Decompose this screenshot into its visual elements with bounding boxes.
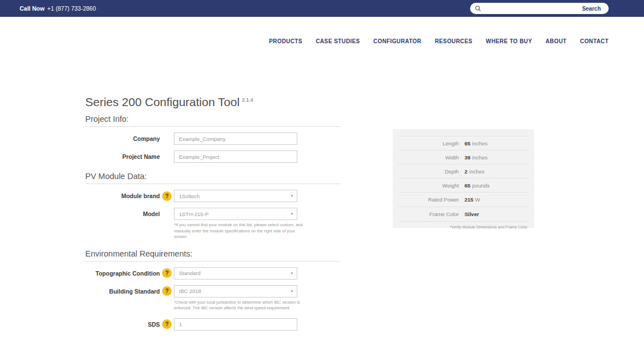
module-brand-label: Module brand [85, 193, 160, 199]
model-value: 1STH-215-P [179, 211, 209, 217]
module-brand-row: Module brand ? 1Soltech ▾ [85, 190, 341, 202]
spec-number: Silver [464, 211, 479, 217]
nav-item-products[interactable]: PRODUCTS [269, 38, 302, 44]
configurator-form: Series 200 Configuration Tool2.1.4 Proje… [85, 95, 341, 331]
spec-row-frame-color: Frame Color Silver [398, 207, 528, 221]
spec-row-depth: Depth 2inches [398, 164, 528, 178]
module-brand-value: 1Soltech [179, 193, 200, 199]
topographic-condition-select[interactable]: Standard ▾ [174, 267, 297, 280]
company-field[interactable] [174, 132, 297, 145]
search-bar[interactable]: Search [470, 3, 609, 14]
sds-label: SDS [85, 321, 160, 328]
section-pv-module-data: PV Module Data: [85, 172, 341, 184]
search-button[interactable]: Search [580, 6, 606, 12]
sds-row: SDS ? [85, 318, 341, 331]
spec-value: 65inches [464, 140, 487, 147]
spec-value: 65pounds [464, 182, 490, 189]
specs-footnote: *Verify Module Dimensions and Frame Colo… [398, 221, 528, 229]
nav-item-contact[interactable]: CONTACT [580, 38, 609, 44]
project-name-label: Project Name [85, 153, 160, 160]
spec-label: Length [398, 140, 464, 147]
company-row: Company [85, 132, 341, 145]
project-name-field[interactable] [174, 150, 297, 163]
chevron-down-icon: ▾ [291, 212, 293, 216]
chevron-down-icon: ▾ [291, 194, 293, 198]
project-name-row: Project Name [85, 150, 341, 163]
module-brand-select[interactable]: 1Soltech ▾ [174, 190, 297, 202]
model-help-note: *If you cannot find your module on this … [174, 222, 304, 240]
phone-number[interactable]: +1 (877) 733-2860 [47, 5, 96, 12]
page-title: Series 200 Configuration Tool2.1.4 [85, 95, 341, 109]
nav-item-about[interactable]: ABOUT [545, 38, 567, 44]
building-standard-value: IBC 2018 [179, 288, 201, 294]
model-select[interactable]: 1STH-215-P ▾ [174, 208, 297, 220]
help-icon[interactable]: ? [162, 319, 172, 329]
building-standard-select[interactable]: IBC 2018 ▾ [174, 285, 297, 298]
nav-item-case-studies[interactable]: CASE STUDIES [316, 38, 360, 44]
spec-number: 215 [464, 196, 473, 203]
search-input[interactable] [481, 6, 580, 12]
spec-label: Width [398, 154, 464, 161]
spec-row-rated-power: Rated Power 215W [398, 192, 528, 207]
topographic-condition-label: Topographic Condition [85, 270, 160, 277]
model-row: Model 1STH-215-P ▾ [85, 208, 341, 220]
spec-row-weight: Weight 65pounds [398, 178, 528, 192]
main-nav: PRODUCTS CASE STUDIES CONFIGURATOR RESOU… [269, 38, 609, 44]
chevron-down-icon: ▾ [291, 271, 293, 276]
spec-label: Depth [398, 168, 464, 175]
spec-number: 2 [464, 168, 467, 175]
nav-item-where-to-buy[interactable]: WHERE TO BUY [486, 38, 532, 44]
nav-item-resources[interactable]: RESOURCES [435, 38, 472, 44]
top-bar: Call Now +1 (877) 733-2860 Search [0, 0, 644, 17]
page-title-text: Series 200 Configuration Tool [85, 95, 240, 108]
search-icon [475, 5, 481, 12]
section-environmental: Environmental Requirements: [85, 249, 341, 262]
spec-value: Silver [464, 211, 481, 217]
spec-number: 65 [464, 182, 471, 189]
topographic-condition-value: Standard [179, 270, 201, 276]
spec-row-width: Width 39inches [398, 150, 528, 164]
spec-label: Weight [398, 182, 464, 189]
section-project-info: Project Info: [85, 115, 341, 127]
spec-unit: inches [472, 140, 487, 147]
model-label: Model [85, 210, 160, 217]
building-standard-label: Building Standard [85, 288, 160, 295]
help-icon[interactable]: ? [162, 286, 172, 296]
module-specs-panel: Length 65inches Width 39inches Depth 2in… [393, 129, 534, 228]
topographic-condition-row: Topographic Condition ? Standard ▾ [85, 267, 341, 280]
spec-unit: inches [472, 154, 487, 161]
version-badge: 2.1.4 [242, 97, 253, 103]
call-now: Call Now +1 (877) 733-2860 [20, 0, 96, 17]
spec-unit: inches [469, 168, 484, 175]
spec-number: 39 [464, 154, 471, 161]
spec-unit: W [475, 196, 480, 203]
call-now-label: Call Now [20, 5, 44, 12]
spec-unit: pounds [472, 182, 490, 189]
spec-label: Frame Color [398, 211, 464, 217]
help-icon[interactable]: ? [162, 268, 172, 278]
spec-value: 215W [464, 196, 480, 203]
help-icon[interactable]: ? [162, 191, 172, 201]
company-label: Company [85, 135, 160, 142]
building-standard-row: Building Standard ? IBC 2018 ▾ [85, 285, 341, 298]
nav-item-configurator[interactable]: CONFIGURATOR [374, 38, 422, 44]
spec-value: 2inches [464, 168, 485, 175]
chevron-down-icon: ▾ [291, 289, 293, 294]
spec-label: Rated Power [398, 196, 464, 203]
spec-number: 65 [464, 140, 471, 147]
spec-value: 39inches [464, 154, 487, 161]
sds-field[interactable] [174, 318, 297, 331]
building-standard-help-note: *Check with your local jurisdiction to d… [174, 300, 304, 312]
spec-row-length: Length 65inches [398, 136, 528, 150]
